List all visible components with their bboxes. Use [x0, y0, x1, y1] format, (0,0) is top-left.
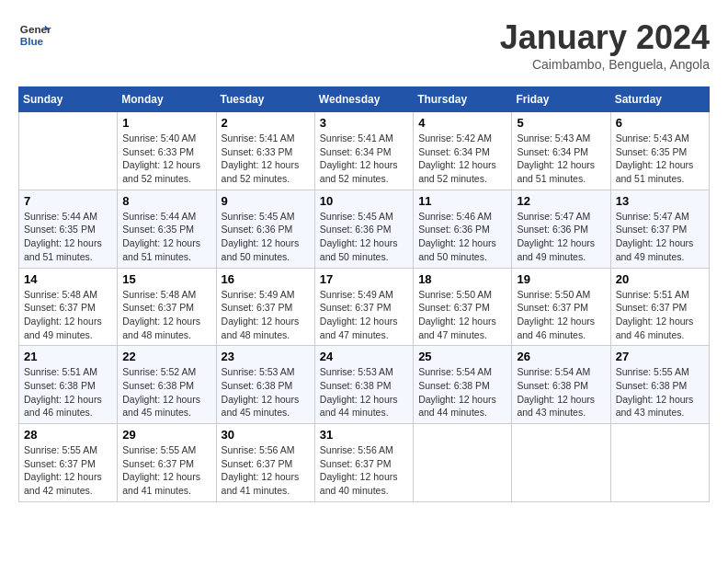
day-cell: 2Sunrise: 5:41 AMSunset: 6:33 PMDaylight…	[216, 112, 314, 190]
day-number: 8	[122, 194, 210, 208]
day-detail: Sunrise: 5:55 AMSunset: 6:37 PMDaylight:…	[24, 443, 112, 498]
day-cell: 15Sunrise: 5:48 AMSunset: 6:37 PMDayligh…	[118, 268, 216, 346]
day-number: 29	[122, 428, 210, 442]
day-cell: 19Sunrise: 5:50 AMSunset: 6:37 PMDayligh…	[512, 268, 610, 346]
day-number: 16	[222, 272, 310, 286]
day-cell: 14Sunrise: 5:48 AMSunset: 6:37 PMDayligh…	[19, 268, 118, 346]
day-detail: Sunrise: 5:41 AMSunset: 6:33 PMDaylight:…	[222, 132, 310, 186]
column-header-tuesday: Tuesday	[216, 87, 314, 112]
day-cell: 3Sunrise: 5:41 AMSunset: 6:34 PMDaylight…	[314, 112, 413, 190]
day-number: 4	[418, 116, 506, 130]
day-cell: 20Sunrise: 5:51 AMSunset: 6:37 PMDayligh…	[610, 268, 709, 346]
day-detail: Sunrise: 5:54 AMSunset: 6:38 PMDaylight:…	[418, 365, 506, 419]
column-header-sunday: Sunday	[19, 87, 118, 112]
day-number: 19	[517, 272, 605, 286]
day-detail: Sunrise: 5:50 AMSunset: 6:37 PMDaylight:…	[517, 288, 605, 342]
day-detail: Sunrise: 5:55 AMSunset: 6:37 PMDaylight:…	[122, 443, 210, 498]
day-number: 24	[320, 350, 408, 363]
day-number: 5	[517, 116, 605, 130]
day-number: 30	[222, 428, 310, 442]
day-detail: Sunrise: 5:48 AMSunset: 6:37 PMDaylight:…	[122, 288, 210, 342]
day-number: 28	[24, 428, 112, 442]
logo: General Blue	[18, 18, 51, 52]
day-cell: 28Sunrise: 5:55 AMSunset: 6:37 PMDayligh…	[19, 424, 118, 502]
day-cell	[610, 424, 709, 502]
day-cell: 30Sunrise: 5:56 AMSunset: 6:37 PMDayligh…	[216, 424, 314, 502]
day-number: 21	[24, 350, 112, 363]
day-detail: Sunrise: 5:50 AMSunset: 6:37 PMDaylight:…	[418, 288, 506, 342]
day-number: 31	[320, 428, 408, 442]
day-number: 22	[122, 350, 210, 363]
day-number: 25	[418, 350, 506, 363]
week-row-1: 1Sunrise: 5:40 AMSunset: 6:33 PMDaylight…	[19, 112, 710, 190]
day-number: 12	[517, 194, 605, 208]
day-number: 10	[320, 194, 408, 208]
column-header-saturday: Saturday	[610, 87, 709, 112]
day-detail: Sunrise: 5:47 AMSunset: 6:36 PMDaylight:…	[517, 210, 605, 264]
day-detail: Sunrise: 5:54 AMSunset: 6:38 PMDaylight:…	[517, 365, 605, 419]
svg-text:Blue: Blue	[20, 35, 44, 47]
day-number: 23	[222, 350, 310, 363]
day-cell: 1Sunrise: 5:40 AMSunset: 6:33 PMDaylight…	[118, 112, 216, 190]
logo-icon: General Blue	[18, 18, 51, 52]
day-detail: Sunrise: 5:46 AMSunset: 6:36 PMDaylight:…	[418, 210, 506, 264]
day-cell: 27Sunrise: 5:55 AMSunset: 6:38 PMDayligh…	[610, 346, 709, 424]
day-cell: 21Sunrise: 5:51 AMSunset: 6:38 PMDayligh…	[19, 346, 118, 424]
day-detail: Sunrise: 5:51 AMSunset: 6:38 PMDaylight:…	[24, 365, 112, 419]
header-row: SundayMondayTuesdayWednesdayThursdayFrid…	[19, 87, 710, 112]
day-number: 9	[222, 194, 310, 208]
week-row-3: 14Sunrise: 5:48 AMSunset: 6:37 PMDayligh…	[19, 268, 710, 346]
column-header-wednesday: Wednesday	[314, 87, 413, 112]
day-detail: Sunrise: 5:56 AMSunset: 6:37 PMDaylight:…	[222, 443, 310, 498]
day-cell: 31Sunrise: 5:56 AMSunset: 6:37 PMDayligh…	[314, 424, 413, 502]
day-detail: Sunrise: 5:53 AMSunset: 6:38 PMDaylight:…	[222, 365, 310, 419]
day-cell: 16Sunrise: 5:49 AMSunset: 6:37 PMDayligh…	[216, 268, 314, 346]
day-number: 3	[320, 116, 408, 130]
day-detail: Sunrise: 5:55 AMSunset: 6:38 PMDaylight:…	[616, 365, 704, 419]
day-number: 15	[122, 272, 210, 286]
day-cell: 7Sunrise: 5:44 AMSunset: 6:35 PMDaylight…	[19, 190, 118, 268]
day-number: 2	[222, 116, 310, 130]
day-number: 20	[616, 272, 704, 286]
day-detail: Sunrise: 5:43 AMSunset: 6:35 PMDaylight:…	[616, 132, 704, 186]
day-detail: Sunrise: 5:45 AMSunset: 6:36 PMDaylight:…	[320, 210, 408, 264]
day-cell: 8Sunrise: 5:44 AMSunset: 6:35 PMDaylight…	[118, 190, 216, 268]
day-cell: 29Sunrise: 5:55 AMSunset: 6:37 PMDayligh…	[118, 424, 216, 502]
day-cell: 11Sunrise: 5:46 AMSunset: 6:36 PMDayligh…	[414, 190, 512, 268]
day-number: 11	[418, 194, 506, 208]
day-cell: 17Sunrise: 5:49 AMSunset: 6:37 PMDayligh…	[314, 268, 413, 346]
day-number: 18	[418, 272, 506, 286]
day-number: 14	[24, 272, 112, 286]
day-number: 27	[616, 350, 704, 363]
day-cell: 13Sunrise: 5:47 AMSunset: 6:37 PMDayligh…	[610, 190, 709, 268]
day-detail: Sunrise: 5:51 AMSunset: 6:37 PMDaylight:…	[616, 288, 704, 342]
day-detail: Sunrise: 5:40 AMSunset: 6:33 PMDaylight:…	[122, 132, 210, 186]
day-cell: 26Sunrise: 5:54 AMSunset: 6:38 PMDayligh…	[512, 346, 610, 424]
day-number: 17	[320, 272, 408, 286]
day-cell: 12Sunrise: 5:47 AMSunset: 6:36 PMDayligh…	[512, 190, 610, 268]
day-detail: Sunrise: 5:41 AMSunset: 6:34 PMDaylight:…	[320, 132, 408, 186]
column-header-thursday: Thursday	[414, 87, 512, 112]
day-detail: Sunrise: 5:45 AMSunset: 6:36 PMDaylight:…	[222, 210, 310, 264]
day-cell: 25Sunrise: 5:54 AMSunset: 6:38 PMDayligh…	[414, 346, 512, 424]
day-detail: Sunrise: 5:44 AMSunset: 6:35 PMDaylight:…	[122, 210, 210, 264]
day-cell: 4Sunrise: 5:42 AMSunset: 6:34 PMDaylight…	[414, 112, 512, 190]
day-detail: Sunrise: 5:52 AMSunset: 6:38 PMDaylight:…	[122, 365, 210, 419]
day-number: 1	[122, 116, 210, 130]
location: Caimbambo, Benguela, Angola	[500, 57, 710, 72]
day-number: 6	[616, 116, 704, 130]
day-detail: Sunrise: 5:48 AMSunset: 6:37 PMDaylight:…	[24, 288, 112, 342]
week-row-4: 21Sunrise: 5:51 AMSunset: 6:38 PMDayligh…	[19, 346, 710, 424]
day-number: 13	[616, 194, 704, 208]
day-detail: Sunrise: 5:49 AMSunset: 6:37 PMDaylight:…	[222, 288, 310, 342]
day-cell: 10Sunrise: 5:45 AMSunset: 6:36 PMDayligh…	[314, 190, 413, 268]
column-header-friday: Friday	[512, 87, 610, 112]
day-number: 26	[517, 350, 605, 363]
calendar-table: SundayMondayTuesdayWednesdayThursdayFrid…	[18, 86, 710, 502]
day-detail: Sunrise: 5:53 AMSunset: 6:38 PMDaylight:…	[320, 365, 408, 419]
day-cell: 23Sunrise: 5:53 AMSunset: 6:38 PMDayligh…	[216, 346, 314, 424]
day-cell: 24Sunrise: 5:53 AMSunset: 6:38 PMDayligh…	[314, 346, 413, 424]
day-cell: 6Sunrise: 5:43 AMSunset: 6:35 PMDaylight…	[610, 112, 709, 190]
week-row-2: 7Sunrise: 5:44 AMSunset: 6:35 PMDaylight…	[19, 190, 710, 268]
day-detail: Sunrise: 5:42 AMSunset: 6:34 PMDaylight:…	[418, 132, 506, 186]
